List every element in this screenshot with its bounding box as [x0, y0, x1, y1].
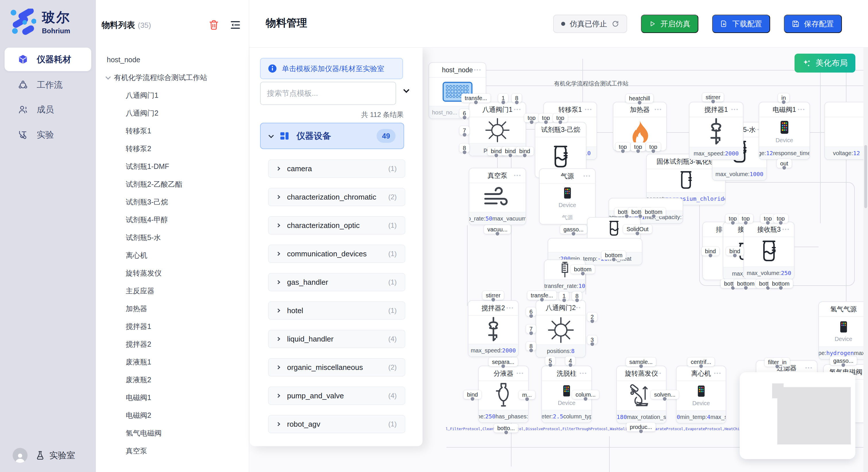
- node-menu-icon[interactable]: •••: [714, 370, 722, 376]
- port-pill[interactable]: colum...: [572, 390, 599, 399]
- port-pill[interactable]: top: [646, 142, 661, 151]
- node-solenoid-valve-1[interactable]: 电磁阀1••• Device voltage: 12 response_time…: [758, 102, 810, 160]
- port-pill[interactable]: m...: [519, 391, 535, 400]
- collapse-list-icon[interactable]: [229, 19, 241, 31]
- port-pill[interactable]: in: [778, 94, 789, 102]
- tree-item[interactable]: 八通阀门2: [96, 104, 249, 122]
- port-pill[interactable]: top: [738, 214, 753, 223]
- tree-item[interactable]: 试剂瓶2-乙酸乙酯: [96, 175, 249, 193]
- chevron-right-icon[interactable]: [276, 337, 280, 341]
- sidebar-item-members[interactable]: 成员: [5, 98, 91, 121]
- tree-item[interactable]: 加热器: [96, 300, 249, 317]
- tree-item-host-node[interactable]: host_node: [96, 51, 249, 69]
- category-row[interactable]: characterization_optic (1): [268, 216, 405, 235]
- port-pill[interactable]: bind: [726, 247, 744, 256]
- tree-item[interactable]: 离心机: [96, 246, 249, 264]
- port-pill[interactable]: top: [615, 142, 630, 151]
- sidebar-item-experiments[interactable]: 实验: [5, 123, 91, 146]
- node-menu-icon[interactable]: •••: [474, 67, 482, 73]
- port-pill[interactable]: produc...: [626, 423, 656, 432]
- node-stirrer-2[interactable]: 搅拌器2••• max_speed: 2000: [468, 300, 519, 357]
- node-menu-icon[interactable]: •••: [585, 107, 592, 112]
- node-menu-icon[interactable]: •••: [583, 173, 591, 179]
- tree-item[interactable]: 电磁阀1: [96, 389, 249, 406]
- canvas-scrollbar-track[interactable]: [863, 47, 868, 472]
- category-row[interactable]: liquid_handler (4): [268, 330, 405, 348]
- port-pill[interactable]: bottom: [570, 265, 595, 274]
- lab-entry[interactable]: 实验室: [35, 450, 75, 461]
- port-pill[interactable]: 7: [526, 325, 536, 334]
- port-pill[interactable]: vacuu...: [484, 225, 511, 234]
- tree-item[interactable]: 试剂瓶3-己烷: [96, 193, 249, 211]
- node-transfer-pump-2[interactable]: transfer_rate: 10: [544, 260, 586, 293]
- port-pill[interactable]: 6: [526, 307, 536, 316]
- port-pill[interactable]: bottom: [733, 279, 758, 288]
- port-pill[interactable]: top: [538, 113, 553, 123]
- chevron-down-icon[interactable]: [268, 133, 274, 138]
- node-vacuum-pump[interactable]: 真空泵••• pump_rate: 50 max_vacuum: 0.1: [469, 168, 526, 225]
- port-pill[interactable]: 8: [459, 144, 469, 153]
- category-row[interactable]: hotel (1): [268, 301, 405, 320]
- port-pill[interactable]: bind: [516, 147, 534, 156]
- node-menu-icon[interactable]: •••: [731, 107, 739, 112]
- node-gas-source[interactable]: 气源••• Device 气源: [539, 168, 596, 225]
- tree-item[interactable]: 电磁阀2: [96, 406, 249, 424]
- node-menu-icon[interactable]: •••: [506, 305, 514, 311]
- port-pill[interactable]: 5: [545, 357, 555, 365]
- download-config-button[interactable]: 下载配置: [712, 14, 770, 33]
- port-pill[interactable]: filter_in: [765, 358, 790, 367]
- refresh-icon[interactable]: [612, 20, 619, 28]
- tree-item[interactable]: 废液瓶1: [96, 353, 249, 371]
- beautify-layout-button[interactable]: 美化布局: [795, 54, 856, 72]
- port-pill[interactable]: solven...: [651, 390, 679, 399]
- node-menu-icon[interactable]: •••: [805, 365, 813, 371]
- node-stirrer-1[interactable]: 搅拌器1••• max_speed: 2000: [689, 102, 743, 160]
- trash-icon[interactable]: [208, 19, 220, 31]
- chevron-right-icon[interactable]: [276, 224, 280, 227]
- tree-item[interactable]: 转移泵2: [96, 140, 249, 158]
- node-menu-icon[interactable]: •••: [574, 127, 582, 133]
- port-pill[interactable]: 1: [559, 292, 569, 301]
- tree-group-workstation[interactable]: 有机化学流程综合测试工作站: [96, 69, 249, 86]
- port-pill[interactable]: 8: [512, 94, 522, 103]
- node-menu-icon[interactable]: •••: [580, 370, 587, 376]
- port-pill[interactable]: sample...: [626, 358, 656, 367]
- port-pill[interactable]: top: [631, 142, 646, 151]
- tree-item[interactable]: 真空泵: [96, 442, 249, 460]
- port-pill[interactable]: 7: [459, 126, 469, 135]
- node-menu-icon[interactable]: •••: [574, 305, 581, 310]
- port-pill[interactable]: 4: [565, 357, 575, 365]
- node-h2-gas-source[interactable]: 氢气气源 Device _type: hydrogen max_pre: [818, 301, 868, 360]
- port-pill[interactable]: gasso...: [560, 225, 587, 234]
- node-menu-icon[interactable]: •••: [516, 370, 524, 376]
- chevron-right-icon[interactable]: [276, 280, 280, 284]
- chevron-right-icon[interactable]: [276, 308, 280, 312]
- port-pill[interactable]: top: [773, 214, 788, 223]
- search-input[interactable]: [260, 82, 396, 105]
- category-row[interactable]: characterization_chromatic (2): [268, 188, 405, 206]
- node-menu-icon[interactable]: •••: [514, 173, 522, 178]
- port-pill[interactable]: 2: [587, 312, 597, 322]
- port-pill[interactable]: top: [524, 113, 539, 123]
- node-solenoid-valve-2[interactable]: voltage: 12: [825, 102, 868, 160]
- avatar[interactable]: [12, 448, 28, 463]
- port-pill[interactable]: 6: [459, 109, 469, 118]
- tree-item[interactable]: 转移泵1: [96, 122, 249, 140]
- port-pill[interactable]: transfe...: [461, 94, 491, 103]
- chevron-right-icon[interactable]: [276, 394, 280, 398]
- port-pill[interactable]: bottom: [641, 208, 665, 216]
- chevron-right-icon[interactable]: [276, 422, 280, 426]
- category-row[interactable]: communication_devices (1): [268, 245, 405, 263]
- chevron-right-icon[interactable]: [276, 252, 280, 256]
- tree-item[interactable]: 氢气电磁阀: [96, 424, 249, 442]
- port-pill[interactable]: transfe...: [527, 291, 557, 300]
- port-pill[interactable]: bind: [464, 390, 482, 399]
- tree-item[interactable]: 废液瓶2: [96, 371, 249, 389]
- port-pill[interactable]: centrif...: [687, 358, 714, 367]
- port-pill[interactable]: stirrer: [482, 291, 504, 300]
- tree-item[interactable]: 八通阀门1: [96, 86, 249, 104]
- node-receiver-3[interactable]: 接收瓶3••• max_volume: 250: [743, 222, 795, 279]
- chevron-right-icon[interactable]: [276, 195, 280, 199]
- sidebar-item-workflow[interactable]: 工作流: [5, 73, 91, 97]
- port-pill[interactable]: heatchill: [625, 94, 653, 103]
